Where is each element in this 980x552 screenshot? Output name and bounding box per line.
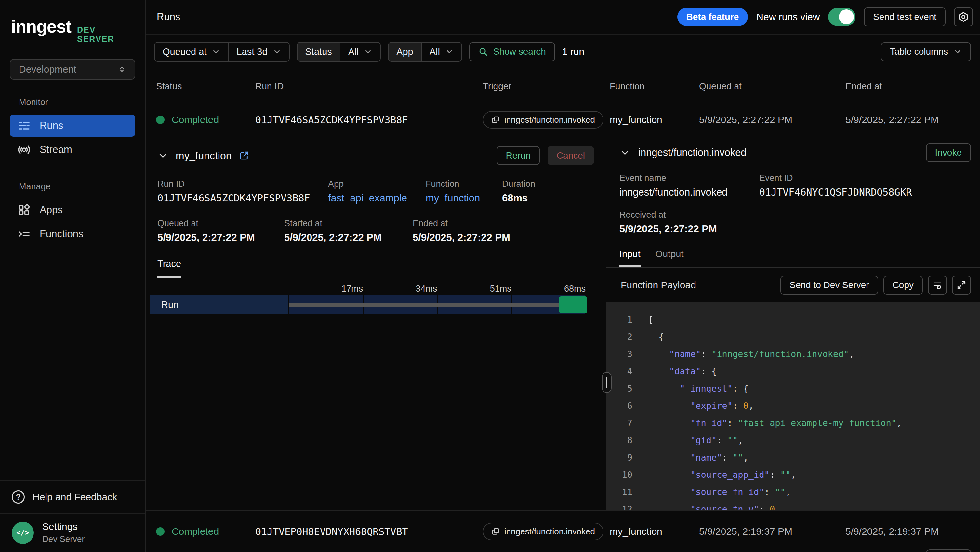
tab-input[interactable]: Input (619, 249, 641, 267)
event-title: inngest/function.invoked (638, 147, 746, 158)
help-and-feedback[interactable]: ? Help and Feedback (0, 480, 145, 513)
queued-at-value: 5/9/2025, 2:27:22 PM (158, 232, 284, 244)
time-range-segment[interactable]: Last 3d (228, 43, 289, 61)
gear-icon (958, 11, 969, 22)
cutoff-corner-button[interactable] (926, 549, 972, 552)
event-header: inngest/function.invoked Invoke (606, 136, 980, 162)
filter-bar: Queued at Last 3d Status All (146, 35, 980, 69)
trace-tick: 34ms (415, 284, 437, 294)
status-filter[interactable]: Status All (297, 42, 381, 62)
app-link[interactable]: fast_api_example (328, 192, 426, 204)
panel-resize-handle[interactable] (602, 372, 612, 393)
new-runs-view-label: New runs view (756, 11, 820, 22)
sidebar-item-functions[interactable]: Functions (10, 223, 135, 245)
main-area: Runs Beta feature New runs view Send tes… (146, 0, 980, 552)
sidebar-item-label: Functions (40, 228, 83, 240)
status-label: Completed (172, 114, 219, 125)
function-cell: my_function (610, 114, 699, 125)
tab-output[interactable]: Output (655, 249, 684, 267)
table-row[interactable]: Completed 01JTVEP0H8EVDNYXH68QRSTVBT inn… (146, 511, 980, 552)
payload-code[interactable]: 1[2 {3 "name": "inngest/function.invoked… (606, 302, 980, 511)
chevron-down-icon (273, 48, 281, 56)
run-meta-row-2: Queued at 5/9/2025, 2:27:22 PM Started a… (158, 219, 594, 244)
collapse-chevron-icon[interactable] (158, 150, 169, 161)
code-line: 8 "gid": "", (606, 432, 980, 449)
expand-button[interactable] (952, 276, 971, 295)
trigger-pill[interactable]: inngest/function.invoked (483, 111, 603, 129)
function-field: Function my_function (426, 179, 502, 204)
logo-row: inngest DEV SERVER (0, 0, 145, 44)
show-search-button[interactable]: Show search (469, 42, 555, 61)
table-columns-label: Table columns (890, 46, 948, 57)
settings-gear-button[interactable] (954, 8, 973, 26)
time-field-label: Queued at (162, 46, 207, 57)
trace-run-row[interactable]: Run (150, 295, 585, 314)
settings-entry[interactable]: </> Settings Dev Server (0, 513, 145, 552)
event-id-field: Event ID 01JTVF46NYC1QSFJDNRDQ58GKR (759, 173, 967, 198)
invoke-button[interactable]: Invoke (926, 143, 971, 162)
help-icon: ? (12, 490, 25, 504)
send-to-dev-server-button[interactable]: Send to Dev Server (780, 276, 878, 295)
run-function-title: my_function (176, 150, 232, 162)
search-icon (478, 47, 488, 57)
run-count: 1 run (562, 46, 584, 57)
code-line: 7 "fn_id": "fast_api_example-my_function… (606, 414, 980, 432)
col-header-ended-at: Ended at (845, 81, 980, 91)
time-range-value: Last 3d (236, 46, 267, 57)
stream-icon (18, 143, 30, 156)
col-header-function: Function (610, 81, 699, 91)
table-row[interactable]: Completed 01JTVF46SA5ZCDK4YPFSPV3B8F inn… (146, 104, 980, 136)
cancel-button[interactable]: Cancel (547, 146, 594, 165)
run-id-cell: 01JTVEP0H8EVDNYXH68QRSTVBT (255, 526, 483, 538)
copy-button[interactable]: Copy (883, 276, 923, 295)
event-icon (491, 527, 500, 536)
run-meta-row-1: Run ID 01JTVF46SA5ZCDK4YPFSPV3B8F App fa… (158, 179, 594, 204)
event-id-label: Event ID (759, 173, 967, 183)
trigger-pill[interactable]: inngest/function.invoked (483, 523, 603, 540)
sidebar-item-stream[interactable]: Stream (10, 139, 135, 161)
queued-at-cell: 5/9/2025, 2:27:22 PM (699, 114, 845, 125)
time-field-segment[interactable]: Queued at (155, 43, 228, 61)
beta-feature-badge: Beta feature (677, 8, 748, 26)
run-details-panel: my_function Rerun Cancel Run ID 01JTVF46… (146, 136, 606, 511)
table-columns-button[interactable]: Table columns (881, 42, 971, 61)
col-header-trigger: Trigger (483, 81, 610, 91)
sidebar-item-runs[interactable]: Runs (10, 115, 135, 137)
sidebar-item-apps[interactable]: Apps (10, 199, 135, 221)
started-at-value: 5/9/2025, 2:27:22 PM (284, 232, 413, 244)
payload-header: Function Payload Send to Dev Server Copy (606, 268, 980, 302)
chevron-down-icon (212, 48, 220, 56)
runs-icon (18, 119, 30, 132)
time-filter[interactable]: Queued at Last 3d (154, 42, 290, 62)
collapse-chevron-icon[interactable] (619, 147, 630, 158)
new-runs-view-toggle[interactable] (828, 8, 856, 26)
page-title: Runs (157, 11, 180, 23)
trigger-label: inngest/function.invoked (504, 115, 595, 125)
word-wrap-icon (932, 280, 943, 290)
app-filter-label: App (388, 43, 421, 61)
environment-select-value: Development (19, 64, 76, 75)
event-details-panel: inngest/function.invoked Invoke Event na… (606, 136, 980, 511)
runs-table-header: Status Run ID Trigger Function Queued at… (146, 69, 980, 104)
tab-trace[interactable]: Trace (158, 258, 181, 278)
received-at-field: Received at 5/9/2025, 2:27:22 PM (606, 198, 980, 235)
rerun-button[interactable]: Rerun (497, 146, 540, 165)
word-wrap-button[interactable] (928, 276, 947, 295)
status-dot-icon (156, 527, 164, 536)
app-filter-value[interactable]: All (421, 43, 461, 61)
run-details-header: my_function Rerun Cancel (158, 144, 594, 167)
external-link-icon[interactable] (239, 150, 250, 161)
apps-icon (18, 203, 30, 217)
send-test-event-button[interactable]: Send test event (864, 8, 945, 26)
app-filter[interactable]: App All (388, 42, 462, 62)
run-id-cell: 01JTVF46SA5ZCDK4YPFSPV3B8F (255, 114, 483, 126)
code-line: 11 "source_fn_id": "", (606, 483, 980, 501)
status-filter-value[interactable]: All (340, 43, 380, 61)
event-icon (491, 116, 500, 124)
app-window: inngest DEV SERVER Development Monitor R… (0, 0, 980, 552)
status-cell: Completed (156, 114, 255, 125)
topbar: Runs Beta feature New runs view Send tes… (146, 0, 980, 35)
function-link[interactable]: my_function (426, 192, 502, 204)
event-name-value: inngest/function.invoked (619, 187, 759, 198)
environment-select[interactable]: Development (10, 59, 135, 80)
